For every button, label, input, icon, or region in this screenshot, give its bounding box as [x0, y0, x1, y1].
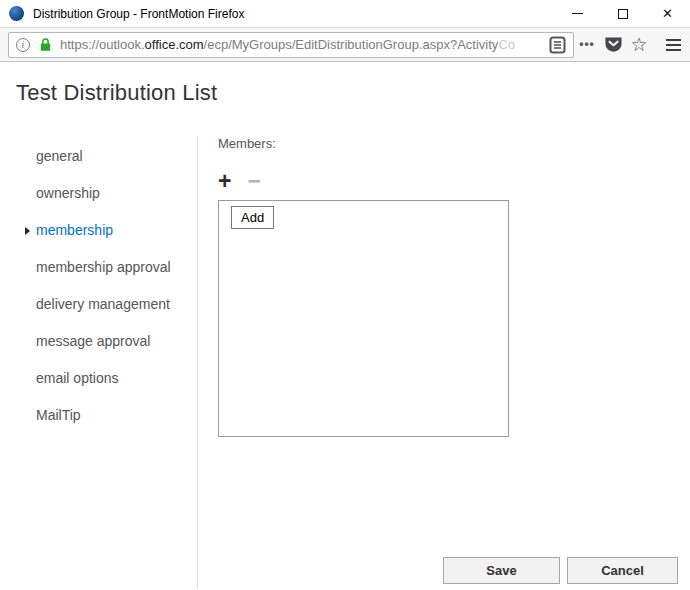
- maximize-button[interactable]: [600, 0, 645, 27]
- sidebar-item-delivery-management[interactable]: delivery management: [0, 286, 197, 323]
- sidebar-item-mailtip[interactable]: MailTip: [0, 397, 197, 434]
- url-prefix: https://outlook.: [60, 37, 145, 52]
- save-button[interactable]: Save: [443, 557, 560, 584]
- firefox-globe-icon: [9, 6, 24, 21]
- sidebar-divider: [197, 136, 198, 589]
- url-bar[interactable]: i https://outlook.office.com/ecp/MyGroup…: [8, 32, 574, 58]
- members-label: Members:: [218, 136, 509, 151]
- page-content: Test Distribution List general ownership…: [0, 62, 690, 589]
- url-path: /ecp/MyGroups/EditDistributionGroup.aspx…: [204, 37, 499, 52]
- maximize-icon: [618, 9, 628, 19]
- membership-panel: Members: + − Add: [218, 136, 509, 437]
- cancel-button[interactable]: Cancel: [567, 557, 678, 584]
- members-list-box: Add: [218, 200, 509, 437]
- minimize-button[interactable]: [555, 0, 600, 27]
- sidebar-item-general[interactable]: general: [0, 138, 197, 175]
- url-domain: office.com: [145, 37, 204, 52]
- pocket-button[interactable]: [600, 32, 626, 58]
- bookmark-star-icon: ☆: [630, 35, 647, 54]
- url-path-fade: Co: [498, 37, 515, 52]
- site-info-icon[interactable]: i: [16, 38, 30, 52]
- members-toolbar: + −: [218, 173, 509, 189]
- sidebar-item-membership-approval[interactable]: membership approval: [0, 249, 197, 286]
- sidebar-nav: general ownership membership membership …: [0, 138, 197, 434]
- window-titlebar: Distribution Group - FrontMotion Firefox…: [0, 0, 690, 28]
- sidebar-item-ownership[interactable]: ownership: [0, 175, 197, 212]
- sidebar-item-message-approval[interactable]: message approval: [0, 323, 197, 360]
- page-actions-button[interactable]: •••: [574, 32, 600, 58]
- add-button[interactable]: Add: [231, 206, 274, 229]
- window-controls: ✕: [555, 0, 690, 27]
- url-text[interactable]: https://outlook.office.com/ecp/MyGroups/…: [60, 37, 546, 52]
- toolbar-actions: ••• ☆: [574, 32, 686, 58]
- page-actions-dots-icon: •••: [579, 37, 595, 53]
- bookmark-button[interactable]: ☆: [626, 32, 652, 58]
- window-title: Distribution Group - FrontMotion Firefox: [33, 7, 555, 21]
- sidebar-item-label: membership: [36, 222, 113, 238]
- page-title: Test Distribution List: [16, 80, 217, 106]
- lock-icon[interactable]: [38, 37, 53, 52]
- minimize-icon: [572, 13, 583, 14]
- add-member-plus-icon[interactable]: +: [218, 173, 231, 189]
- close-button[interactable]: ✕: [645, 0, 690, 27]
- remove-member-minus-icon[interactable]: −: [247, 173, 260, 189]
- menu-button[interactable]: [660, 32, 686, 58]
- sidebar-item-email-options[interactable]: email options: [0, 360, 197, 397]
- hamburger-menu-icon: [666, 39, 681, 41]
- sidebar-item-membership[interactable]: membership: [0, 212, 197, 249]
- reader-mode-icon[interactable]: [549, 36, 566, 54]
- selected-item-arrow-icon: [25, 227, 30, 235]
- browser-toolbar: i https://outlook.office.com/ecp/MyGroup…: [0, 28, 690, 62]
- pocket-icon: [604, 35, 623, 54]
